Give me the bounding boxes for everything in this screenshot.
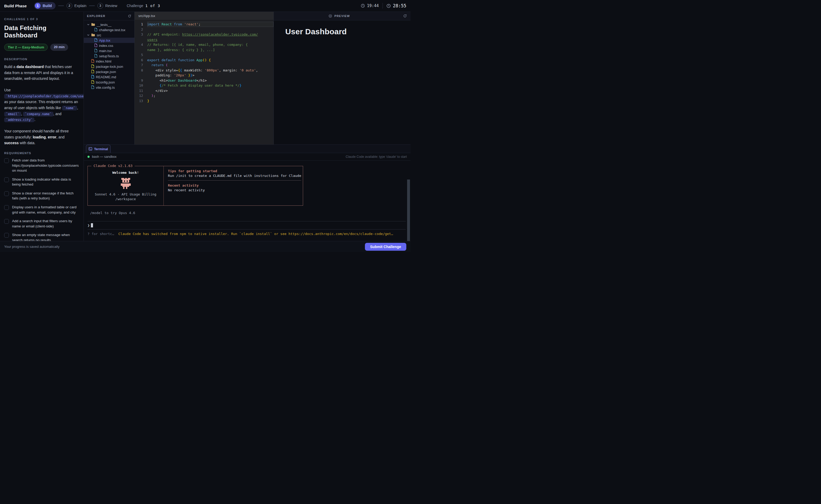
file-icon	[91, 70, 94, 74]
timer-secondary: 28:55	[386, 3, 406, 8]
terminal-scrollbar[interactable]	[407, 180, 410, 241]
file-icon	[91, 85, 94, 90]
folder-icon	[91, 23, 95, 27]
requirement-checkbox[interactable]	[4, 158, 9, 163]
code-line-text: padding: '20px' }}>	[147, 73, 274, 78]
line-number: 8	[135, 68, 147, 73]
file-item-package-json[interactable]: package.json	[84, 69, 134, 74]
requirements-header: REQUIREMENTS	[4, 152, 79, 155]
code-token: maxWidth:	[182, 68, 204, 72]
refresh-icon[interactable]	[128, 14, 131, 18]
file-item-challenge-test-tsx[interactable]: challenge.test.tsx	[84, 27, 134, 32]
file-item-vite-config-ts[interactable]: vite.config.ts	[84, 85, 134, 90]
code-token: // API endpoint:	[147, 32, 182, 36]
terminal-body[interactable]: Claude Code v2.1.63 Welcome back!	[84, 161, 410, 241]
requirement-text: Show a clear error message if the fetch …	[12, 191, 79, 201]
step-build[interactable]: 1Build	[34, 2, 55, 9]
claude-box-left: Welcome back!	[88, 166, 164, 205]
inline-code: `company.name`	[23, 112, 53, 116]
requirement-checkbox[interactable]	[4, 177, 9, 182]
chevron-down-icon[interactable]	[87, 34, 90, 36]
code-line: 3// API endpoint: https://jsonplaceholde…	[135, 32, 274, 37]
code-token: ;	[153, 94, 155, 98]
submit-challenge-button[interactable]: Submit Challenge	[365, 243, 406, 251]
line-number: 6	[135, 58, 147, 63]
code-token: ;	[198, 22, 201, 26]
code-line-text: users	[147, 37, 274, 42]
code-token: /* Fetch and display user data here */	[162, 83, 240, 87]
requirement-item: Show an empty state message when search …	[4, 232, 79, 241]
code-token: App	[196, 58, 202, 62]
code-token	[186, 73, 188, 77]
file-item-setuptests-ts[interactable]: setupTests.ts	[84, 53, 134, 59]
folder-icon	[91, 33, 95, 37]
code-token: from	[174, 22, 184, 26]
requirement-checkbox[interactable]	[4, 205, 9, 210]
code-line: 9 <h1>User Dashboard</h1>	[135, 78, 274, 83]
file-item-main-tsx[interactable]: main.tsx	[84, 48, 134, 53]
code-token: {	[180, 68, 182, 72]
file-icon	[91, 64, 94, 69]
text: , and	[53, 112, 62, 116]
file-item-app-tsx[interactable]: App.tsx	[84, 38, 134, 43]
file-label: tsconfig.json	[96, 80, 115, 84]
code-token	[147, 94, 151, 98]
code-line: 13}	[135, 98, 274, 104]
timers: 19:44 28:55	[361, 3, 406, 9]
line-number: 9	[135, 78, 147, 83]
code-area[interactable]: 1import React from 'react';23// API endp…	[135, 20, 274, 144]
code-token: }	[240, 83, 242, 87]
file-item-index-html[interactable]: index.html	[84, 59, 134, 64]
code-line-text: // API endpoint: https://jsonplaceholder…	[147, 32, 274, 37]
code-line-text: <div style={{ maxWidth: '800px', margin:…	[147, 68, 274, 73]
step-explain[interactable]: 2Explain	[66, 3, 86, 9]
clock-icon	[386, 4, 391, 8]
code-token	[147, 83, 159, 87]
code-line: users	[135, 37, 274, 42]
shell-label: bash — sandbox	[92, 155, 116, 159]
code-token: </div>	[147, 89, 168, 93]
code-line-text: </div>	[147, 88, 274, 93]
file-icon	[94, 38, 97, 43]
text: Use	[4, 88, 11, 92]
claude-box-divider	[168, 180, 301, 181]
code-line-text: // Returns: [{ id, name, email, phone, c…	[147, 42, 274, 47]
terminal-status-bar: bash — sandbox Claude Code available: ty…	[84, 153, 410, 161]
requirement-checkbox[interactable]	[4, 191, 9, 196]
terminal-cursor	[91, 223, 93, 227]
file-icon	[91, 59, 94, 64]
file-item-tsconfig-json[interactable]: tsconfig.json	[84, 80, 134, 85]
step-number: 2	[66, 3, 72, 9]
folder-item-src[interactable]: src	[84, 32, 134, 38]
challenge-title: Data Fetching Dashboard	[4, 24, 79, 39]
editor-tab[interactable]: src/App.tsx	[138, 14, 155, 18]
requirement-item: Display users in a formatted table or ca…	[4, 205, 79, 215]
code-line-text	[147, 27, 274, 32]
requirement-item: Fetch user data from https://jsonplaceho…	[4, 158, 79, 173]
code-line: name }, address: { city } }, ...]	[135, 47, 274, 53]
line-number: 1	[135, 22, 147, 27]
step-label: Build	[43, 4, 52, 8]
step-review[interactable]: 3Review	[97, 3, 117, 9]
code-token: '800px'	[204, 68, 219, 72]
tips-header: Tips for getting started	[168, 169, 301, 173]
terminal-prompt[interactable]: ❯	[87, 221, 406, 229]
recent-activity-line: No recent activity	[168, 188, 301, 192]
requirement-checkbox[interactable]	[4, 233, 9, 238]
file-label: index.html	[96, 59, 111, 63]
preview-title: PREVIEW	[334, 14, 350, 18]
file-item-readme-md[interactable]: README.md	[84, 74, 134, 80]
folder-item--tests-[interactable]: __tests__	[84, 22, 134, 27]
file-item-index-css[interactable]: index.css	[84, 43, 134, 48]
requirement-text: Show a loading indicator while data is b…	[12, 177, 79, 187]
line-number: 4	[135, 42, 147, 47]
terminal-icon	[88, 147, 92, 151]
terminal-tab[interactable]: Terminal	[86, 145, 110, 153]
challenge-badges: Tier 2 — Easy-Medium 20 min	[4, 44, 79, 51]
requirement-item: Add a search input that filters users by…	[4, 219, 79, 229]
claude-welcome-box: Claude Code v2.1.63 Welcome back!	[87, 166, 303, 206]
refresh-icon[interactable]	[403, 14, 407, 18]
chevron-down-icon[interactable]	[87, 23, 90, 26]
requirement-checkbox[interactable]	[4, 219, 9, 224]
file-item-package-lock-json[interactable]: package-lock.json	[84, 64, 134, 69]
